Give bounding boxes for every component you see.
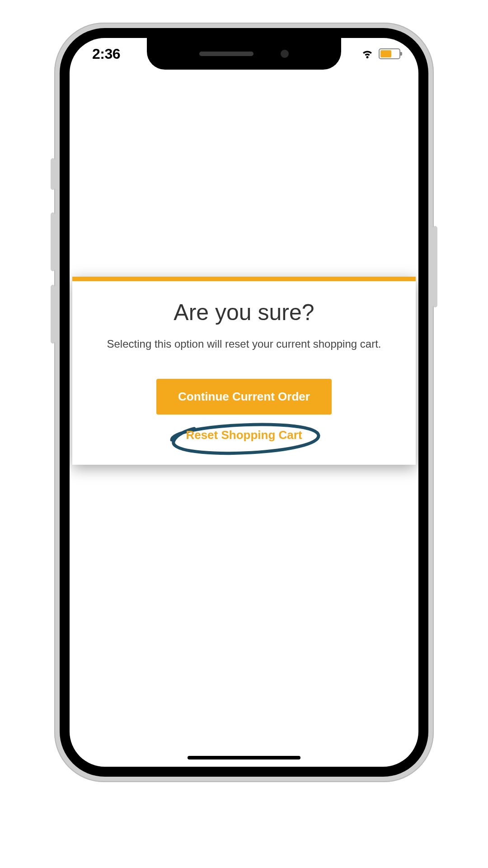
status-time: 2:36: [92, 46, 120, 62]
side-button-volume-up: [51, 212, 55, 271]
canvas: 2:36 Are you sure? Selecting this option…: [0, 0, 488, 868]
confirm-reset-modal: Are you sure? Selecting this option will…: [72, 277, 416, 465]
front-camera-icon: [281, 50, 289, 58]
modal-message: Selecting this option will reset your cu…: [90, 336, 398, 352]
side-button-silent: [51, 158, 55, 190]
wifi-icon: [361, 47, 374, 61]
side-button-volume-down: [51, 285, 55, 344]
continue-order-button[interactable]: Continue Current Order: [156, 379, 332, 415]
speaker-icon: [199, 52, 253, 56]
notch: [147, 38, 341, 70]
reset-cart-button[interactable]: Reset Shopping Cart: [186, 428, 302, 442]
side-button-power: [433, 226, 437, 307]
phone-bezel: 2:36 Are you sure? Selecting this option…: [60, 28, 428, 777]
modal-title: Are you sure?: [86, 299, 402, 326]
battery-level-icon: [380, 50, 391, 57]
phone-device-frame: 2:36 Are you sure? Selecting this option…: [54, 23, 434, 782]
battery-icon: [379, 48, 400, 59]
screen-content: Are you sure? Selecting this option will…: [70, 38, 418, 767]
phone-screen: 2:36 Are you sure? Selecting this option…: [70, 38, 418, 767]
home-indicator-icon: [188, 756, 300, 760]
status-right: [361, 47, 400, 61]
